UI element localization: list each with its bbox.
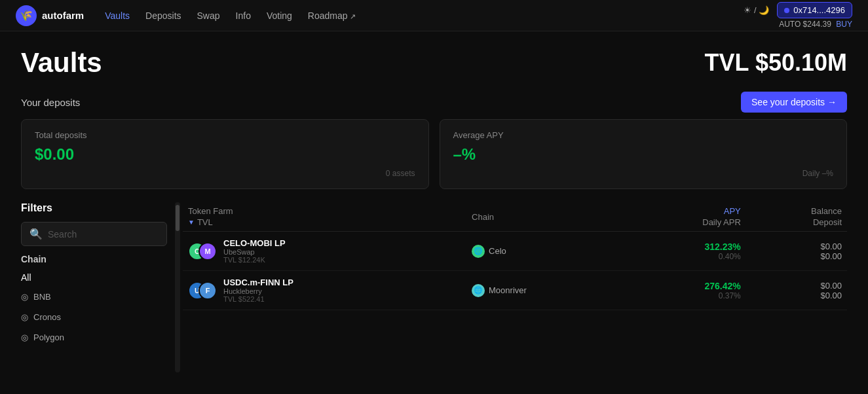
- token-info-0: CELO-MOBI LP UbeSwap TVL $12.24K: [223, 238, 286, 264]
- chain-cell-0: 🌐 Celo: [466, 232, 626, 271]
- chain-polygon[interactable]: ◎ Polygon: [21, 331, 167, 344]
- scroll-indicator: [175, 202, 180, 372]
- token-name-0: CELO-MOBI LP: [223, 238, 286, 248]
- deposits-header: Your deposits See your deposits →: [21, 92, 847, 113]
- total-deposits-label: Total deposits: [35, 130, 415, 140]
- token-icon-second-0: M: [198, 242, 217, 260]
- apy-cell-0: 312.23% 0.40%: [626, 232, 745, 271]
- logo[interactable]: 🌾 autofarm: [16, 5, 84, 26]
- apy-value-0: 312.23%: [632, 242, 740, 252]
- chain-cell-1: 🌐 Moonriver: [466, 271, 626, 310]
- theme-toggle[interactable]: ☀ / 🌙: [744, 5, 769, 15]
- chain-all[interactable]: All: [21, 272, 167, 283]
- wallet-dot: [784, 8, 789, 13]
- tvl-sort[interactable]: ▼ TVL: [188, 217, 461, 227]
- chain-badge-0: 🌐: [472, 245, 485, 258]
- see-deposits-button[interactable]: See your deposits →: [741, 92, 847, 113]
- sort-icon: ▼: [188, 219, 195, 226]
- chain-bnb[interactable]: ◎ BNB: [21, 291, 167, 303]
- token-farm-1: Huckleberry: [223, 287, 293, 295]
- search-box[interactable]: 🔍: [21, 222, 167, 246]
- token-tvl-0: TVL $12.24K: [223, 256, 286, 264]
- sidebar: Filters 🔍 Chain All ◎ BNB ◎ Cronos ◎ Pol…: [21, 202, 175, 372]
- main-nav: Vaults Deposits Swap Info Voting Roadmap: [105, 10, 744, 21]
- bnb-icon: ◎: [21, 292, 28, 302]
- chain-name-1: Moonriver: [489, 285, 527, 295]
- deposit-value-0: $0.00: [751, 251, 842, 261]
- nav-voting[interactable]: Voting: [267, 10, 292, 21]
- total-deposits-assets: 0 assets: [386, 169, 415, 178]
- apy-value-1: 276.42%: [632, 281, 740, 291]
- chain-bnb-label: BNB: [33, 292, 51, 302]
- scroll-thumb: [176, 205, 179, 231]
- balance-value-0: $0.00: [751, 242, 842, 251]
- chain-polygon-label: Polygon: [33, 332, 64, 342]
- deposits-cards: Total deposits $0.00 0 assets Average AP…: [21, 119, 847, 189]
- token-icons-0: C M: [188, 241, 217, 262]
- balance-value-1: $0.00: [751, 281, 842, 291]
- nav-vaults[interactable]: Vaults: [105, 10, 130, 21]
- token-cell-1: U F USDC.m-FINN LP Huckleberry TVL $522.…: [183, 271, 466, 310]
- nav-swap[interactable]: Swap: [197, 10, 220, 21]
- apr-value-1: 0.37%: [632, 291, 740, 300]
- page-header: Vaults TVL $50.10M: [21, 47, 847, 79]
- balance-cell-1: $0.00 $0.00: [746, 271, 847, 310]
- th-chain: Chain: [466, 202, 626, 232]
- vaults-table: Token Farm ▼ TVL Chain APY Dai: [183, 202, 847, 310]
- chain-name-0: Celo: [489, 246, 506, 256]
- auto-price: AUTO $244.39: [779, 20, 831, 29]
- page-title: Vaults: [21, 47, 102, 79]
- token-cell-0: C M CELO-MOBI LP UbeSwap TVL $12.24K: [183, 232, 466, 271]
- chain-cronos-label: Cronos: [33, 312, 61, 322]
- nav-deposits[interactable]: Deposits: [145, 10, 181, 21]
- th-apy: APY Daily APR: [626, 202, 745, 232]
- total-deposits-value: $0.00: [35, 145, 415, 164]
- content-area: Filters 🔍 Chain All ◎ BNB ◎ Cronos ◎ Pol…: [21, 202, 847, 372]
- token-icons-1: U F: [188, 280, 217, 301]
- daily-label: Daily –%: [453, 169, 834, 178]
- average-apy-label: Average APY: [453, 130, 834, 140]
- chain-badge-1: 🌐: [472, 284, 485, 297]
- buy-button[interactable]: BUY: [836, 20, 852, 29]
- balance-cell-0: $0.00 $0.00: [746, 232, 847, 271]
- nav-roadmap[interactable]: Roadmap: [308, 10, 356, 21]
- table-area: Token Farm ▼ TVL Chain APY Dai: [183, 202, 847, 372]
- apr-value-0: 0.40%: [632, 252, 740, 261]
- search-icon: 🔍: [29, 228, 43, 240]
- filters-title: Filters: [21, 202, 167, 214]
- table-row[interactable]: C M CELO-MOBI LP UbeSwap TVL $12.24K 🌐 C…: [183, 232, 847, 271]
- total-deposits-card: Total deposits $0.00 0 assets: [21, 119, 429, 189]
- logo-text: autofarm: [42, 10, 84, 21]
- token-name-1: USDC.m-FINN LP: [223, 278, 293, 287]
- cronos-icon: ◎: [21, 312, 28, 322]
- chain-filter-label: Chain: [21, 254, 167, 264]
- token-icon-second-1: F: [198, 281, 217, 300]
- chain-cronos[interactable]: ◎ Cronos: [21, 311, 167, 323]
- th-balance: Balance Deposit: [746, 202, 847, 232]
- th-token-farm: Token Farm ▼ TVL: [183, 202, 466, 232]
- deposit-value-1: $0.00: [751, 291, 842, 300]
- token-info-1: USDC.m-FINN LP Huckleberry TVL $522.41: [223, 278, 293, 303]
- average-apy-card: Average APY –% Daily –%: [440, 119, 848, 189]
- apy-cell-1: 276.42% 0.37%: [626, 271, 745, 310]
- tvl-display: TVL $50.10M: [705, 49, 847, 77]
- polygon-icon: ◎: [21, 332, 28, 342]
- logo-icon: 🌾: [16, 5, 37, 26]
- token-farm-0: UbeSwap: [223, 248, 286, 256]
- search-input[interactable]: [48, 229, 159, 240]
- table-row[interactable]: U F USDC.m-FINN LP Huckleberry TVL $522.…: [183, 271, 847, 310]
- deposits-section-label: Your deposits: [21, 97, 80, 108]
- header-right: ☀ / 🌙 0x714....4296 AUTO $244.39 BUY: [744, 2, 852, 29]
- nav-info[interactable]: Info: [236, 10, 251, 21]
- token-tvl-1: TVL $522.41: [223, 295, 293, 303]
- wallet-button[interactable]: 0x714....4296: [777, 2, 852, 18]
- wallet-address: 0x714....4296: [793, 5, 845, 15]
- average-apy-value: –%: [453, 145, 834, 164]
- deposits-section: Your deposits See your deposits → Total …: [21, 92, 847, 189]
